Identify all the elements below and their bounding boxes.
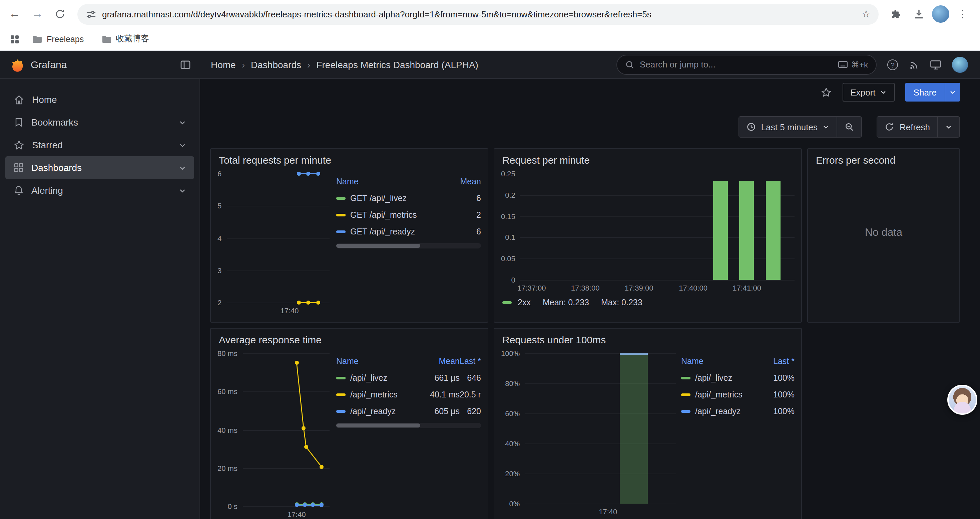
sidebar-item-dashboards[interactable]: Dashboards <box>5 156 194 179</box>
series-name[interactable]: /api/_readyz <box>695 406 740 416</box>
export-button[interactable]: Export <box>842 83 895 102</box>
x-tick: 17:40 <box>280 307 299 315</box>
bookmark-star-icon[interactable]: ☆ <box>862 8 870 20</box>
x-tick: 17:37:00 <box>517 284 546 292</box>
favorite-star-icon[interactable] <box>820 86 832 98</box>
user-avatar[interactable] <box>952 56 968 72</box>
chevron-down-icon <box>945 124 952 130</box>
zoom-out-button[interactable] <box>837 117 862 137</box>
reload-icon <box>55 9 65 19</box>
bookmark-folder-blogs[interactable]: 收藏博客 <box>96 31 154 47</box>
series-name[interactable]: /api/_livez <box>350 373 387 382</box>
scrollbar-thumb[interactable] <box>336 244 420 248</box>
panel-title[interactable]: Request per minute <box>502 154 795 166</box>
gridline <box>243 506 329 507</box>
plot-area[interactable] <box>521 174 795 280</box>
breadcrumb-home[interactable]: Home <box>211 59 236 70</box>
url-text[interactable]: grafana.mathmast.com/d/deytv4rwavabkb/fr… <box>102 9 856 19</box>
series-name-cell: GET /api/_metrics <box>336 210 449 219</box>
series-name[interactable]: GET /api/_livez <box>350 193 407 203</box>
series-line <box>296 363 321 467</box>
y-tick: 40 ms <box>218 426 237 434</box>
panel-title[interactable]: Total requests per minute <box>219 154 481 166</box>
gridline <box>521 174 795 174</box>
plot-area[interactable] <box>243 353 329 506</box>
legend-column-header[interactable]: Last * <box>460 357 481 366</box>
forward-button[interactable]: → <box>28 5 47 23</box>
sidebar-item-label: Home <box>32 94 57 105</box>
refresh-button[interactable]: Refresh <box>878 117 937 137</box>
panel-title[interactable]: Requests under 100ms <box>502 334 795 345</box>
help-icon[interactable]: ? <box>887 59 898 70</box>
extensions-icon[interactable] <box>886 5 905 23</box>
bar <box>740 181 754 280</box>
back-button[interactable]: ← <box>5 5 24 23</box>
breadcrumb-separator: › <box>307 59 310 70</box>
chevron-down-icon[interactable] <box>179 164 186 171</box>
series-color-swatch <box>336 230 345 233</box>
share-button[interactable]: Share <box>905 83 945 102</box>
legend-column-header[interactable]: Name <box>336 177 449 186</box>
y-tick: 40% <box>505 439 520 447</box>
chevron-down-icon <box>880 89 887 96</box>
panel-title[interactable]: Average response time <box>219 334 481 345</box>
series-name[interactable]: /api/_metrics <box>695 390 743 399</box>
bookmark-folder-freeleaps[interactable]: Freeleaps <box>27 32 89 46</box>
browser-profile-avatar[interactable] <box>932 5 949 23</box>
apps-grid-icon[interactable] <box>10 34 20 45</box>
monitor-icon[interactable] <box>930 59 941 70</box>
assistant-avatar[interactable] <box>947 385 977 415</box>
chevron-down-icon[interactable] <box>179 118 186 126</box>
legend-column-header[interactable]: Mean <box>418 357 460 366</box>
y-tick: 6 <box>218 170 221 178</box>
share-menu-button[interactable] <box>945 83 960 102</box>
series-color-swatch <box>681 393 690 396</box>
address-bar[interactable]: grafana.mathmast.com/d/deytv4rwavabkb/fr… <box>77 4 878 24</box>
data-point <box>320 465 324 469</box>
legend-column-header[interactable]: Name <box>336 357 418 366</box>
bell-icon <box>13 185 24 196</box>
sidebar-item-bookmarks[interactable]: Bookmarks <box>5 111 194 134</box>
search-input[interactable]: Search or jump to... ⌘+k <box>616 54 877 75</box>
legend-table: NameMeanLast */api/_livez661 µs646/api/_… <box>336 353 481 420</box>
site-settings-icon[interactable] <box>85 8 97 20</box>
refresh-interval-button[interactable] <box>937 117 959 137</box>
plot-area[interactable] <box>525 353 676 504</box>
sidebar-item-home[interactable]: Home <box>5 88 194 111</box>
series-name[interactable]: GET /api/_metrics <box>350 210 417 219</box>
horizontal-scrollbar[interactable] <box>336 423 481 428</box>
series-name[interactable]: GET /api/_readyz <box>350 227 415 236</box>
search-icon <box>625 60 635 69</box>
time-range-picker[interactable]: Last 5 minutes <box>739 117 837 137</box>
sidebar-item-starred[interactable]: Starred <box>5 134 194 156</box>
series-name[interactable]: 2xx <box>518 298 531 307</box>
data-point <box>297 300 301 305</box>
browser-menu-icon[interactable]: ⋮ <box>953 5 972 23</box>
series-name[interactable]: /api/_metrics <box>350 390 398 399</box>
legend-column-header[interactable]: Last * <box>762 357 795 366</box>
breadcrumb-dashboards[interactable]: Dashboards <box>251 59 301 70</box>
panel-title[interactable]: Errors per second <box>816 154 953 166</box>
x-axis-labels: 17:37:0017:38:0017:39:0017:40:0017:41:00 <box>521 282 795 292</box>
dock-menu-icon[interactable] <box>180 59 191 70</box>
chevron-down-icon[interactable] <box>179 187 186 194</box>
clock-icon <box>746 122 756 132</box>
series-name[interactable]: /api/_readyz <box>350 406 396 416</box>
data-point <box>316 300 320 305</box>
reload-button[interactable] <box>51 5 69 23</box>
legend-table: NameLast */api/_livez100%/api/_metrics10… <box>681 353 795 420</box>
bar <box>620 353 648 504</box>
grafana-logo[interactable] <box>10 57 24 72</box>
legend-column-header[interactable]: Name <box>681 357 762 366</box>
plot-area[interactable] <box>227 174 329 303</box>
series-name[interactable]: /api/_livez <box>695 373 732 382</box>
sidebar-item-alerting[interactable]: Alerting <box>5 179 194 202</box>
scrollbar-thumb[interactable] <box>336 423 420 428</box>
rss-icon[interactable] <box>908 59 919 70</box>
horizontal-scrollbar[interactable] <box>336 243 481 249</box>
series-color-swatch <box>336 410 345 412</box>
downloads-icon[interactable] <box>909 5 928 23</box>
legend-column-header[interactable]: Mean <box>449 177 481 186</box>
series-value: 646 <box>460 373 481 382</box>
chevron-down-icon[interactable] <box>179 141 186 149</box>
